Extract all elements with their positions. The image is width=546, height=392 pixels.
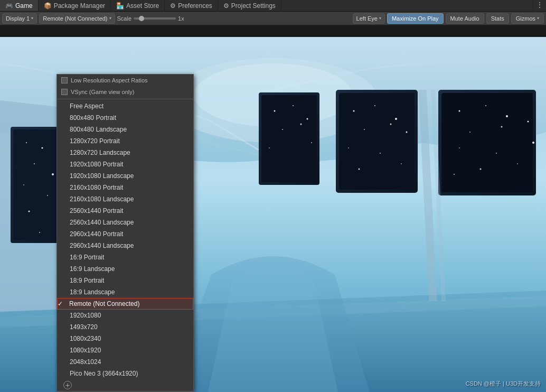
- svg-point-33: [374, 105, 375, 106]
- vsync-checkbox-item[interactable]: VSync (Game view only): [57, 86, 193, 98]
- check-mark-icon: ✓: [58, 300, 65, 307]
- scale-value: 1x: [178, 15, 184, 22]
- display-chevron-icon: ▾: [31, 16, 33, 21]
- svg-rect-43: [261, 95, 317, 182]
- dropdown-item[interactable]: Free Aspect: [57, 100, 193, 112]
- svg-point-21: [469, 132, 470, 133]
- svg-point-10: [23, 184, 24, 185]
- more-options-button[interactable]: ⋮: [533, 0, 546, 11]
- add-aspect-button[interactable]: +: [57, 379, 193, 391]
- svg-point-22: [501, 126, 503, 128]
- dropdown-item[interactable]: ✓Remote (Not Connected): [57, 298, 193, 310]
- svg-point-1: [167, 58, 379, 143]
- svg-point-2: [194, 63, 352, 127]
- maximize-on-play-button[interactable]: Maximize On Play: [387, 13, 444, 24]
- dropdown-item[interactable]: 1920x1080 Portrait: [57, 158, 193, 170]
- separator-1: [57, 99, 193, 99]
- svg-rect-16: [438, 90, 536, 195]
- svg-rect-30: [336, 90, 418, 193]
- svg-point-27: [517, 163, 518, 164]
- svg-point-9: [52, 173, 54, 175]
- project-settings-icon: ⚙: [223, 2, 229, 10]
- dropdown-item[interactable]: 2160x1080 Landscape: [57, 193, 193, 205]
- svg-point-47: [282, 129, 283, 130]
- remote-chevron-icon: ▾: [109, 16, 111, 21]
- dropdown-item[interactable]: 1280x720 Portrait: [57, 135, 193, 147]
- svg-point-19: [485, 105, 486, 106]
- gizmos-chevron-icon: ▾: [537, 16, 539, 21]
- dropdown-item[interactable]: 1493x720: [57, 321, 193, 333]
- mute-audio-button[interactable]: Mute Audio: [446, 13, 484, 24]
- scale-label: Scale: [117, 15, 132, 22]
- svg-rect-31: [339, 93, 415, 190]
- asset-icon: 🏪: [116, 2, 124, 10]
- svg-point-18: [459, 110, 460, 112]
- dropdown-item[interactable]: Pico Neo 3 (3664x1920): [57, 368, 193, 379]
- svg-rect-17: [441, 93, 533, 192]
- svg-point-32: [353, 110, 355, 112]
- dropdown-item[interactable]: 18:9 Portrait: [57, 275, 193, 286]
- plus-icon[interactable]: +: [63, 381, 72, 389]
- gizmos-button[interactable]: Gizmos ▾: [511, 13, 544, 24]
- svg-point-29: [532, 142, 534, 144]
- svg-point-38: [406, 132, 408, 133]
- dropdown-item[interactable]: 1080x2340: [57, 333, 193, 344]
- scene-area: Low Resolution Aspect Ratios VSync (Game…: [0, 37, 546, 392]
- dropdown-item[interactable]: 2160x1080 Portrait: [57, 182, 193, 193]
- svg-point-49: [269, 147, 270, 148]
- low-res-checkbox[interactable]: [61, 77, 68, 83]
- svg-point-40: [359, 169, 360, 170]
- tab-project-settings[interactable]: ⚙ Project Settings: [218, 0, 281, 11]
- svg-point-36: [390, 124, 392, 125]
- svg-point-24: [528, 121, 529, 123]
- svg-point-35: [364, 129, 365, 130]
- tab-bar: 🎮 Game 📦 Package Manager 🏪 Asset Store ⚙…: [0, 0, 546, 12]
- dropdown-item[interactable]: 1080x1920: [57, 344, 193, 356]
- svg-point-8: [34, 163, 35, 164]
- tab-game[interactable]: 🎮 Game: [0, 0, 39, 11]
- svg-point-20: [506, 115, 508, 117]
- svg-point-28: [454, 174, 455, 175]
- remote-dropdown[interactable]: Remote (Not Connected) ▾: [39, 13, 115, 24]
- package-icon: 📦: [44, 2, 52, 10]
- svg-point-6: [42, 147, 43, 149]
- tab-asset-store[interactable]: 🏪 Asset Store: [111, 0, 165, 11]
- svg-point-48: [300, 124, 302, 125]
- svg-point-26: [480, 169, 482, 170]
- dropdown-item[interactable]: 2560x1440 Landscape: [57, 217, 193, 228]
- vsync-checkbox[interactable]: [61, 89, 68, 95]
- dropdown-item[interactable]: 1920x1080: [57, 310, 193, 321]
- dropdown-item[interactable]: 16:9 Portrait: [57, 251, 193, 263]
- svg-point-34: [395, 118, 397, 120]
- dropdown-item[interactable]: 2560x1440 Portrait: [57, 205, 193, 217]
- tab-package-manager[interactable]: 📦 Package Manager: [39, 0, 111, 11]
- dropdown-item[interactable]: 18:9 Landscape: [57, 286, 193, 298]
- aspect-dropdown-menu: Low Resolution Aspect Ratios VSync (Game…: [57, 74, 194, 391]
- svg-rect-42: [259, 92, 319, 185]
- svg-point-46: [307, 118, 308, 120]
- dropdown-item[interactable]: 2960x1440 Landscape: [57, 240, 193, 251]
- stats-button[interactable]: Stats: [486, 13, 509, 24]
- dropdown-item[interactable]: 1920x1080 Landscape: [57, 170, 193, 182]
- dropdown-item[interactable]: 1280x720 Landscape: [57, 147, 193, 158]
- dropdown-item[interactable]: 2048x1024: [57, 356, 193, 368]
- dropdown-item[interactable]: 800x480 Portrait: [57, 112, 193, 124]
- dropdown-item[interactable]: 800x480 Landscape: [57, 124, 193, 135]
- display-dropdown[interactable]: Display 1 ▾: [2, 13, 37, 24]
- left-eye-dropdown[interactable]: Left Eye ▾: [353, 13, 385, 24]
- svg-point-37: [348, 147, 349, 148]
- low-res-checkbox-item[interactable]: Low Resolution Aspect Ratios: [57, 74, 193, 86]
- dropdown-item[interactable]: 16:9 Landscape: [57, 263, 193, 275]
- svg-point-44: [274, 110, 276, 112]
- toolbar: Display 1 ▾ Remote (Not Connected) ▾ Sca…: [0, 12, 546, 25]
- tab-preferences[interactable]: ⚙ Preferences: [165, 0, 218, 11]
- dropdown-item[interactable]: 2960x1440 Portrait: [57, 228, 193, 240]
- svg-point-45: [293, 105, 294, 106]
- scale-slider[interactable]: [134, 17, 176, 20]
- svg-point-13: [29, 211, 30, 212]
- scale-section: Scale 1x: [117, 15, 233, 22]
- svg-point-23: [459, 147, 460, 148]
- svg-point-5: [26, 142, 27, 143]
- preferences-icon: ⚙: [170, 2, 176, 10]
- svg-point-41: [401, 163, 402, 164]
